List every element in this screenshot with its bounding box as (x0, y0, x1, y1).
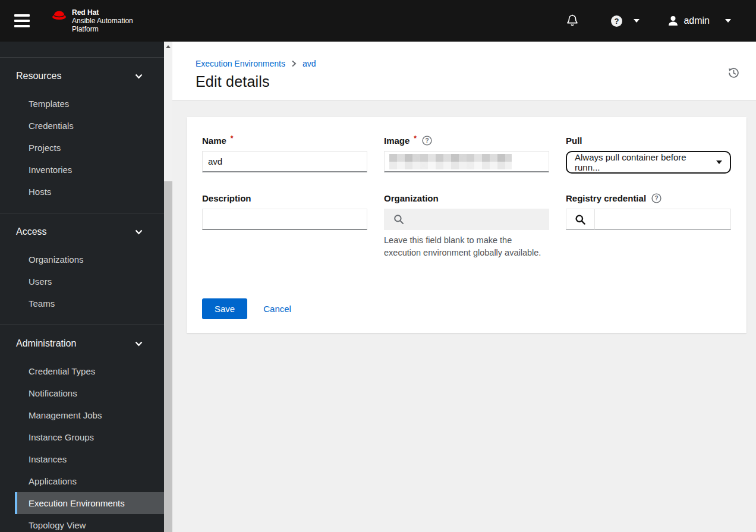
breadcrumb-link-execution-environments[interactable]: Execution Environments (196, 59, 285, 68)
masthead-actions: ? admin (566, 14, 731, 27)
question-circle-icon: ? (651, 193, 662, 203)
chevron-down-icon (135, 341, 143, 347)
registry-credential-field-group: Registry credential ? (566, 193, 731, 259)
chevron-down-icon (135, 229, 143, 235)
edit-history-button[interactable] (728, 67, 739, 80)
name-label: Name * (202, 135, 367, 146)
angle-right-icon (291, 60, 297, 67)
sidebar-item-notifications[interactable]: Notifications (15, 382, 164, 404)
brand-logo: Red Hat Ansible Automation Platform (51, 8, 133, 33)
name-input[interactable] (202, 151, 367, 172)
svg-text:?: ? (655, 195, 659, 202)
nav-group-label: Access (16, 226, 47, 237)
caret-down-icon (716, 160, 722, 164)
hamburger-icon (14, 14, 30, 17)
description-label: Description (202, 193, 367, 203)
breadcrumb: Execution Environments avd (196, 59, 739, 68)
image-label: Image * ? (384, 135, 549, 146)
registry-credential-search-button[interactable] (566, 209, 595, 230)
help-button[interactable]: ? (610, 15, 623, 27)
brand-line3: Platform (72, 25, 133, 33)
sidebar-item-projects[interactable]: Projects (15, 137, 164, 159)
history-icon (728, 67, 739, 78)
description-field-group: Description (202, 193, 367, 259)
sidebar-item-credential-types[interactable]: Credential Types (15, 360, 164, 382)
sidebar-item-hosts[interactable]: Hosts (15, 181, 164, 203)
svg-text:?: ? (615, 17, 619, 26)
sidebar-item-execution-environments[interactable]: Execution Environments (15, 492, 164, 514)
registry-credential-help-button[interactable]: ? (651, 193, 662, 203)
nav-group-toggle-resources[interactable]: Resources (0, 67, 164, 86)
nav-group-toggle-administration[interactable]: Administration (0, 334, 164, 353)
description-input[interactable] (202, 209, 367, 230)
image-field-group: Image * ? (384, 135, 549, 174)
page-header: Execution Environments avd Edit details (172, 42, 756, 101)
scrollbar-up-arrow-icon[interactable] (166, 45, 171, 48)
sidebar-item-applications[interactable]: Applications (15, 470, 164, 492)
bell-icon (566, 14, 578, 27)
form-grid: Name * Image * ? (202, 135, 731, 259)
user-menu-button[interactable]: admin (668, 15, 731, 26)
caret-down-icon (634, 19, 640, 23)
organization-input[interactable] (413, 209, 549, 230)
nav-toggle-button[interactable] (14, 14, 30, 27)
image-value-redacted (389, 154, 512, 169)
form-actions: Save Cancel (202, 298, 731, 319)
nav-section-access: Access Organizations Users Teams (0, 213, 164, 325)
organization-lookup (384, 209, 549, 230)
sidebar-nav: Resources Templates Credentials Projects… (0, 42, 172, 532)
pull-field-group: Pull Always pull container before runn..… (566, 135, 731, 174)
search-icon (393, 214, 404, 225)
nav-group-toggle-access[interactable]: Access (0, 222, 164, 241)
sidebar-item-topology-view[interactable]: Topology View (15, 514, 164, 532)
breadcrumb-link-avd[interactable]: avd (303, 59, 316, 68)
registry-credential-input[interactable] (595, 209, 731, 230)
pull-selected-option: Always pull container before runn... (575, 152, 711, 172)
organization-label: Organization (384, 193, 549, 203)
required-asterisk: * (231, 134, 234, 143)
question-circle-icon: ? (610, 15, 623, 27)
masthead: Red Hat Ansible Automation Platform ? (0, 0, 756, 42)
help-menu: ? (610, 15, 640, 27)
sidebar-item-instance-groups[interactable]: Instance Groups (15, 426, 164, 448)
main-content: Execution Environments avd Edit details (172, 42, 756, 532)
sidebar-item-management-jobs[interactable]: Management Jobs (15, 404, 164, 426)
question-circle-icon: ? (422, 136, 432, 146)
help-dropdown-toggle[interactable] (623, 19, 640, 23)
organization-search-button[interactable] (384, 209, 413, 230)
image-input-wrapper (384, 151, 549, 172)
sidebar-scrollbar-thumb[interactable] (164, 181, 172, 532)
edit-details-form-card: Name * Image * ? (187, 117, 746, 333)
sidebar-item-users[interactable]: Users (15, 270, 164, 292)
pull-select-dropdown[interactable]: Always pull container before runn... (566, 151, 731, 174)
sidebar-scrollbar[interactable] (164, 42, 172, 532)
cancel-button[interactable]: Cancel (263, 304, 291, 314)
user-name-label: admin (683, 15, 710, 26)
nav-section-administration: Administration Credential Types Notifica… (0, 325, 164, 532)
image-help-button[interactable]: ? (422, 136, 432, 146)
chevron-down-icon (135, 74, 143, 79)
breadcrumb-separator (291, 60, 297, 67)
sidebar-item-inventories[interactable]: Inventories (15, 159, 164, 181)
sidebar-item-organizations[interactable]: Organizations (15, 248, 164, 270)
caret-down-icon (725, 19, 731, 23)
nav-group-label: Resources (16, 71, 61, 81)
sidebar-item-instances[interactable]: Instances (15, 448, 164, 470)
nav-section-resources: Resources Templates Credentials Projects… (0, 57, 164, 213)
sidebar-item-teams[interactable]: Teams (15, 292, 164, 314)
registry-credential-label: Registry credential ? (566, 193, 731, 203)
content-area: Name * Image * ? (172, 101, 756, 532)
pull-label: Pull (566, 135, 731, 146)
organization-helper-text: Leave this field blank to make the execu… (384, 234, 549, 259)
search-icon (575, 214, 586, 225)
brand-line2: Ansible Automation (72, 17, 133, 25)
sidebar-item-credentials[interactable]: Credentials (15, 115, 164, 137)
brand-line1: Red Hat (72, 8, 133, 17)
required-asterisk: * (414, 134, 417, 143)
name-field-group: Name * (202, 135, 367, 174)
organization-field-group: Organization Leave this field bl (384, 193, 549, 259)
notifications-button[interactable] (566, 14, 578, 27)
save-button[interactable]: Save (202, 298, 247, 319)
redhat-fedora-icon (51, 8, 67, 24)
sidebar-item-templates[interactable]: Templates (15, 93, 164, 115)
